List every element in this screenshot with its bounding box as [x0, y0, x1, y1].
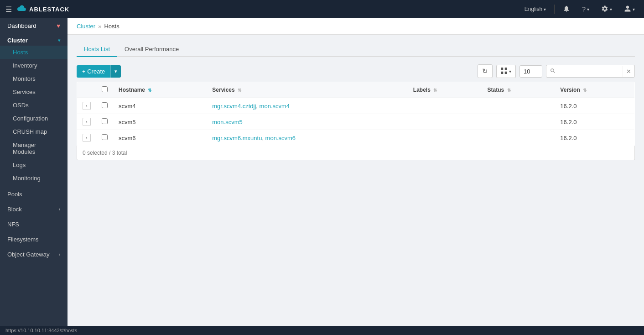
search-input[interactable]	[559, 66, 623, 77]
service-link[interactable]: mon.scvm5	[212, 119, 242, 126]
hamburger-icon[interactable]: ☰	[5, 5, 12, 14]
version-cell: 16.2.0	[555, 130, 634, 146]
version-col-label: Version	[560, 87, 580, 93]
status-sort-icon[interactable]: ⇅	[507, 88, 511, 93]
sidebar-item-monitors[interactable]: Monitors	[0, 72, 68, 85]
sidebar-item-manager-modules[interactable]: Manager Modules	[0, 138, 68, 158]
services-cell: mgr.scvm6.mxuntu, mon.scvm6	[207, 130, 408, 146]
labels-sort-icon[interactable]: ⇅	[433, 88, 437, 93]
hostname-sort-icon[interactable]: ⇅	[148, 88, 151, 93]
sidebar-item-services[interactable]: Services	[0, 85, 68, 99]
breadcrumb-cluster[interactable]: Cluster	[77, 23, 95, 30]
object-gateway-chevron-icon: ›	[59, 252, 60, 257]
search-clear-button[interactable]: ✕	[623, 66, 634, 77]
services-label: Services	[13, 89, 36, 95]
nav-divider-1	[554, 5, 555, 14]
notifications-button[interactable]	[559, 3, 574, 16]
expand-button[interactable]: ›	[83, 118, 91, 126]
dashboard-label: Dashboard	[7, 22, 36, 29]
crush-map-label: CRUSH map	[13, 128, 47, 135]
sidebar-item-nfs[interactable]: NFS	[0, 217, 68, 232]
inventory-label: Inventory	[13, 62, 37, 69]
page-size-input[interactable]	[519, 65, 542, 78]
service-link[interactable]: mon.scvm6	[265, 135, 296, 141]
status-col-label: Status	[488, 87, 504, 93]
refresh-button[interactable]: ↻	[478, 64, 493, 78]
svg-rect-3	[505, 71, 507, 73]
sidebar-item-configuration[interactable]: Configuration	[0, 112, 68, 125]
sidebar-item-dashboard[interactable]: Dashboard ♥	[0, 18, 68, 33]
checkbox-cell	[96, 98, 113, 114]
version-sort-icon[interactable]: ⇅	[583, 88, 587, 93]
settings-button[interactable]: ▾	[597, 3, 616, 16]
row-checkbox[interactable]	[102, 134, 108, 140]
hosts-label: Hosts	[13, 49, 28, 56]
sidebar-section-cluster[interactable]: Cluster ▾	[0, 33, 68, 46]
checkbox-cell	[96, 130, 113, 146]
hostname-col-label: Hostname	[119, 87, 145, 93]
sidebar-item-osds[interactable]: OSDs	[0, 99, 68, 112]
col-header-labels[interactable]: Labels ⇅	[408, 82, 482, 98]
statusbar-url: https://10.10.10.11:8443/#/hosts	[5, 328, 77, 333]
manager-modules-label: Manager Modules	[13, 141, 60, 155]
sidebar-item-object-gateway[interactable]: Object Gateway ›	[0, 247, 68, 262]
services-sort-icon[interactable]: ⇅	[238, 88, 241, 93]
status-cell	[482, 98, 555, 114]
col-header-services[interactable]: Services ⇅	[207, 82, 408, 98]
filesystems-label: Filesystems	[7, 236, 39, 243]
tab-hosts-list[interactable]: Hosts List	[77, 42, 117, 57]
select-all-checkbox[interactable]	[102, 86, 108, 92]
sidebar-item-filesystems[interactable]: Filesystems	[0, 232, 68, 247]
language-selector[interactable]: English ▾	[521, 4, 550, 14]
table-row: ›scvm4mgr.scvm4.cztdjj, mon.scvm416.2.0	[77, 98, 635, 114]
expand-cell: ›	[77, 114, 97, 130]
sidebar: Dashboard ♥ Cluster ▾ Hosts Inventory Mo…	[0, 18, 68, 326]
hostname-cell: scvm5	[113, 114, 207, 130]
hosts-table: Hostname ⇅ Services ⇅ Labels ⇅ Status	[77, 82, 635, 146]
expand-button[interactable]: ›	[83, 134, 91, 142]
service-link[interactable]: mgr.scvm6.mxuntu	[212, 135, 262, 141]
row-checkbox[interactable]	[102, 102, 108, 108]
labels-cell	[408, 114, 482, 130]
service-separator: ,	[262, 135, 265, 141]
breadcrumb-separator: »	[98, 23, 101, 30]
expand-cell: ›	[77, 130, 97, 146]
service-link[interactable]: mgr.scvm4.cztdjj	[212, 103, 256, 110]
user-button[interactable]: ▾	[620, 3, 639, 16]
service-link[interactable]: mon.scvm4	[260, 103, 290, 110]
breadcrumb: Cluster » Hosts	[68, 18, 644, 35]
sidebar-item-block[interactable]: Block ›	[0, 202, 68, 217]
expand-button[interactable]: ›	[83, 102, 91, 110]
help-dropdown-icon: ▾	[587, 7, 589, 12]
configuration-label: Configuration	[13, 115, 48, 122]
view-options-button[interactable]: ▾	[496, 65, 516, 78]
sidebar-item-crush-map[interactable]: CRUSH map	[0, 125, 68, 138]
sidebar-item-pools[interactable]: Pools	[0, 187, 68, 202]
monitors-label: Monitors	[13, 75, 36, 82]
row-checkbox[interactable]	[102, 118, 108, 124]
language-dropdown-icon: ▾	[544, 7, 546, 12]
settings-dropdown-icon: ▾	[610, 7, 612, 12]
sidebar-item-logs[interactable]: Logs	[0, 158, 68, 172]
create-dropdown-button[interactable]: ▾	[110, 65, 121, 78]
table-footer-text: 0 selected / 3 total	[83, 150, 127, 156]
col-header-version[interactable]: Version ⇅	[555, 82, 634, 98]
sidebar-item-inventory[interactable]: Inventory	[0, 59, 68, 72]
bell-icon	[563, 5, 570, 14]
statusbar: https://10.10.10.11:8443/#/hosts	[0, 326, 644, 335]
service-separator: ,	[256, 103, 259, 110]
create-button[interactable]: + Create	[77, 65, 110, 78]
tab-overall-performance[interactable]: Overall Performance	[117, 42, 186, 57]
refresh-icon: ↻	[482, 67, 488, 75]
sidebar-item-hosts[interactable]: Hosts	[0, 46, 68, 59]
tabs-container: Hosts List Overall Performance	[77, 42, 635, 57]
col-header-hostname[interactable]: Hostname ⇅	[113, 82, 207, 98]
expand-cell: ›	[77, 98, 97, 114]
col-header-status[interactable]: Status ⇅	[482, 82, 555, 98]
sidebar-item-monitoring[interactable]: Monitoring	[0, 172, 68, 185]
status-cell	[482, 130, 555, 146]
osds-label: OSDs	[13, 102, 29, 109]
table-row: ›scvm5mon.scvm516.2.0	[77, 114, 635, 130]
help-button[interactable]: ? ▾	[578, 4, 593, 15]
brand: ABLESTACK	[16, 5, 69, 14]
